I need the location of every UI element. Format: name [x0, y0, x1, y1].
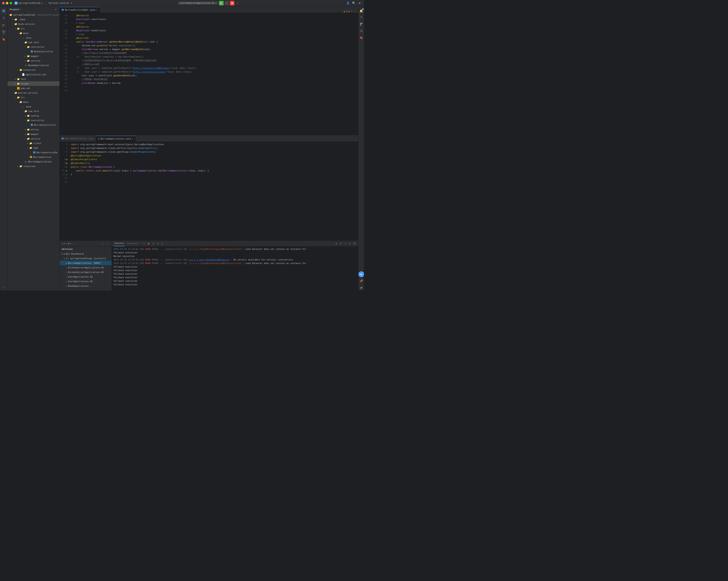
tree-book-mapper[interactable]: ▶ 📁 mapper	[7, 54, 59, 58]
sidebar-item-bookmarks[interactable]: 🔖	[1, 36, 7, 42]
console-stop-icon[interactable]: ■	[147, 242, 150, 245]
tree-borrow-resources[interactable]: ▶ 📁 resources	[7, 164, 59, 168]
service-borrowapplication[interactable]: ▶ BorrowApplication :8082/	[60, 261, 112, 265]
right-icon-pin[interactable]: 📌	[358, 278, 364, 284]
console-tab-console[interactable]: Console	[113, 241, 125, 246]
tree-book-yml[interactable]: 📄 application.yml	[7, 72, 59, 77]
version-control-label[interactable]: Version control	[49, 2, 69, 4]
bottom-expand-icon[interactable]: ⋮	[354, 139, 357, 141]
console-wrap-icon[interactable]: ↵	[343, 242, 347, 245]
services-add-icon[interactable]: ＋	[72, 242, 74, 245]
account-icon[interactable]: 👤	[346, 1, 350, 5]
right-icon-bookmark[interactable]: 🔖	[358, 35, 364, 41]
stop-button[interactable]: ■	[230, 1, 234, 5]
service-eureka01[interactable]: ○ EurekaServerApplication-01	[60, 270, 112, 274]
debug-button[interactable]: 🐞	[225, 1, 229, 5]
sidebar-item-structure[interactable]	[1, 29, 7, 35]
tree-borrow-main[interactable]: ▾ 📁 main	[7, 100, 59, 104]
tree-book-src[interactable]: ▾ 📁 src	[7, 26, 59, 31]
more-button[interactable]: ⋮	[235, 1, 240, 5]
tree-borrowapplication[interactable]: ▶ BorrowApplication	[7, 159, 59, 164]
tree-borrow-impl[interactable]: ▾ 📁 impl	[7, 146, 59, 150]
sidebar-item-project[interactable]	[1, 8, 7, 14]
right-icon-m[interactable]: m	[358, 285, 364, 291]
console-clear-icon[interactable]: ⊗	[348, 242, 352, 245]
services-up-icon[interactable]: ▲	[62, 242, 63, 245]
tree-book-target[interactable]: ▶ 📁 target	[7, 81, 59, 86]
services-refresh-icon[interactable]: ↺	[66, 242, 67, 245]
tree-borrow-java[interactable]: ▾ ☕ java	[7, 104, 59, 109]
service-user02[interactable]: ○ UserApplication-02	[60, 274, 112, 279]
tree-book-pomxml[interactable]: 🟧 pom.xml	[7, 86, 59, 90]
tree-book-application[interactable]: ▶ BookApplication	[7, 63, 59, 68]
console-scroll-up[interactable]: ▲	[334, 242, 338, 245]
tree-borrow-mapper[interactable]: ▶ 📁 mapper	[7, 132, 59, 136]
code-content-top[interactable]: @Resource UserClient userClient; 1 usage…	[69, 13, 358, 135]
right-icon-live[interactable]	[358, 28, 364, 34]
tree-book-main[interactable]: ▾ 📁 main	[7, 31, 59, 35]
tree-book-test[interactable]: ▶ 📁 test	[7, 77, 59, 81]
console-tab-actuator[interactable]: Actuator	[126, 241, 139, 246]
maximize-button[interactable]	[9, 2, 12, 4]
sidebar-item-learn[interactable]: 🎓	[1, 22, 7, 28]
project-label[interactable]: SC springCloudStudy ▾	[15, 2, 43, 5]
console-pause-icon[interactable]: ⏸	[151, 242, 155, 245]
code-content-bottom[interactable]: import org.springframework.boot.autoconf…	[69, 142, 358, 240]
tree-book-controller[interactable]: ▾ 📁 controller	[7, 45, 59, 49]
service-bookapplication[interactable]: ○ BookApplication	[60, 284, 112, 288]
close-button[interactable]	[2, 2, 5, 4]
tab-borrowcontroller[interactable]: 🅒 BorrowController.java	[60, 136, 96, 141]
tab-close-borrowapplication[interactable]: ✕	[132, 138, 133, 140]
tab-close-borrowserviceimpl[interactable]: ✕	[96, 9, 98, 11]
tree-borrow-entity[interactable]: ▶ 📁 entity	[7, 127, 59, 132]
service-eureka02[interactable]: ○ EurekaServerApplication-02	[60, 265, 112, 270]
tree-borrow-client[interactable]: ▶ 📁 client	[7, 141, 59, 146]
services-down-icon[interactable]: ▼	[64, 242, 65, 245]
console-trash-icon[interactable]: 🗑	[353, 242, 357, 245]
tree-idea[interactable]: ▶ 📁 .idea	[7, 17, 59, 22]
services-settings-icon[interactable]: ⋯	[101, 242, 105, 245]
right-icon-active[interactable]: ●	[358, 271, 364, 277]
tab-borrowapplication[interactable]: ▶ BorrowApplication.java ✕	[96, 136, 136, 141]
tree-borrow-service-folder[interactable]: ▾ 📁 service	[7, 136, 59, 141]
console-more-icon[interactable]: ⋮	[165, 242, 169, 245]
services-minimize-icon[interactable]: −	[106, 242, 109, 245]
services-run-icon[interactable]: ▶	[70, 242, 71, 245]
tree-book-resources[interactable]: ▾ 📁 resources	[7, 68, 59, 72]
right-icon-git[interactable]	[358, 21, 364, 27]
tree-borrow-config[interactable]: ▶ 📁 config	[7, 113, 59, 118]
search-icon[interactable]: 🔍	[352, 1, 356, 5]
console-restart-icon[interactable]: ↺	[142, 242, 146, 245]
console-settings-icon[interactable]: ⊞	[156, 242, 160, 245]
tree-borrow-controller-folder[interactable]: ▾ 📁 controller	[7, 118, 59, 123]
tree-book-comtest[interactable]: ▾ 📁 com.test	[7, 40, 59, 45]
run-button[interactable]: ▶	[219, 1, 224, 5]
sidebar-item-more[interactable]: ⋯	[1, 285, 7, 291]
tree-book-controller-java[interactable]: 🅒 BookController	[7, 49, 59, 54]
tree-book-service[interactable]: ▶ 📁 service	[7, 58, 59, 63]
sidebar-item-commits[interactable]	[1, 15, 7, 21]
right-icon-notifications[interactable]: 🔔 1	[358, 8, 364, 14]
collapse-icon[interactable]: ⌄	[355, 10, 357, 13]
tree-borrowservice-interface[interactable]: 🅘 BorrowService	[7, 155, 59, 159]
tree-book-java[interactable]: ▾ ☕ java	[7, 35, 59, 40]
tree-borrowserviceimpl[interactable]: 🅒 BorrowServiceIm	[7, 150, 59, 155]
minimize-button[interactable]	[6, 2, 8, 4]
tree-borrow-service[interactable]: ▾ 📁 borrow-service	[7, 90, 59, 95]
tree-root[interactable]: ▾ 📁 springCloudStudy ~/Desktop/CS/JavaEl	[7, 12, 59, 17]
tree-borrow-comtest[interactable]: ▾ 📁 com.test	[7, 109, 59, 113]
tree-book-service[interactable]: ▾ 📁 book-service	[7, 22, 59, 26]
settings-icon[interactable]: ⚙	[357, 1, 362, 5]
expand-icon[interactable]: ⌃	[353, 10, 355, 13]
service-maven-install[interactable]: m // springCloudStudy [install]	[60, 256, 112, 261]
service-run-dashboard[interactable]: ▾ ▦ Run Dashboard	[60, 252, 112, 256]
services-stop-icon[interactable]: ■	[68, 242, 69, 245]
console-scroll-down[interactable]: ▼	[339, 242, 343, 245]
console-filter-icon[interactable]: ⊡	[160, 242, 164, 245]
run-config[interactable]: ● EurekaServerApplication-01 ▾	[178, 1, 218, 5]
tree-borrow-controller-java[interactable]: 🅒 BorrowController	[7, 123, 59, 127]
service-user01[interactable]: ○ UserApplication-01	[60, 279, 112, 284]
tree-borrow-src[interactable]: ▾ 📁 src	[7, 95, 59, 100]
right-icon-vcs[interactable]	[358, 15, 364, 21]
panel-settings-icon[interactable]: ⚙	[54, 7, 57, 11]
